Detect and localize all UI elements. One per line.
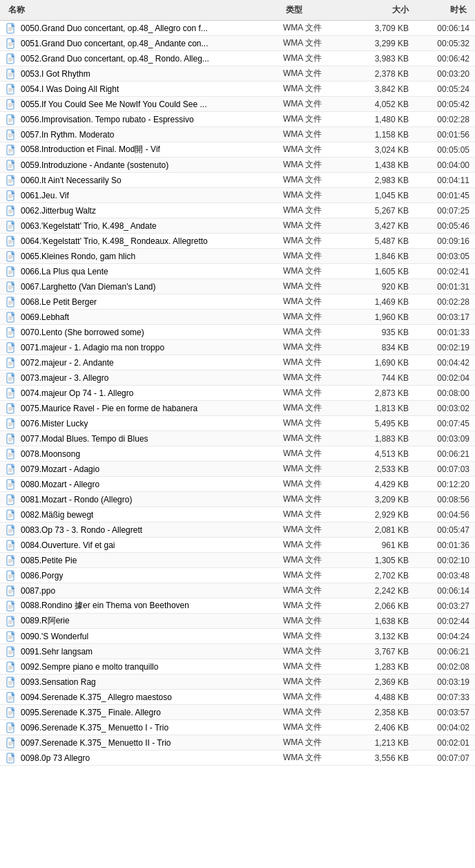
file-icon bbox=[6, 403, 17, 414]
table-row[interactable]: 0059.Introduzione - Andante (sostenuto) … bbox=[0, 158, 475, 173]
table-row[interactable]: 0085.Petite Pie WMA 文件 1,305 KB 00:02:10 bbox=[0, 553, 475, 568]
row-name-cell: 0080.Mozart - Allegro bbox=[6, 479, 283, 490]
table-row[interactable]: 0094.Serenade K.375_ Allegro maestoso WM… bbox=[0, 690, 475, 705]
row-size: 3,209 KB bbox=[352, 495, 414, 504]
table-row[interactable]: 0080.Mozart - Allegro WMA 文件 4,429 KB 00… bbox=[0, 477, 475, 492]
row-size: 5,487 KB bbox=[352, 236, 414, 246]
row-filename: 0097.Serenade K.375_ Menuetto II - Trio bbox=[21, 738, 171, 748]
table-row[interactable]: 0074.majeur Op 74 - 1. Allegro WMA 文件 2,… bbox=[0, 386, 475, 401]
file-list: 名称 类型 大小 时长 0050.Grand Duo concertant, o… bbox=[0, 0, 475, 766]
table-row[interactable]: 0060.It Ain't Necessarily So WMA 文件 2,98… bbox=[0, 173, 475, 188]
table-row[interactable]: 0081.Mozart - Rondo (Allegro) WMA 文件 3,2… bbox=[0, 492, 475, 507]
row-type: WMA 文件 bbox=[283, 250, 352, 262]
row-filename: 0076.Mister Lucky bbox=[21, 419, 88, 428]
row-type: WMA 文件 bbox=[283, 68, 352, 79]
row-name-cell: 0070.Lento (She borrowed some) bbox=[6, 327, 283, 338]
row-filename: 0083.Op 73 - 3. Rondo - Allegrett bbox=[21, 525, 142, 535]
table-row[interactable]: 0077.Modal Blues. Tempo di Blues WMA 文件 … bbox=[0, 431, 475, 446]
table-row[interactable]: 0057.In Rythm. Moderato WMA 文件 1,158 KB … bbox=[0, 127, 475, 142]
table-row[interactable]: 0096.Serenade K.375_ Menuetto I - Trio W… bbox=[0, 720, 475, 735]
row-type: WMA 文件 bbox=[283, 311, 352, 323]
row-size: 3,024 KB bbox=[352, 145, 414, 155]
row-duration: 00:07:33 bbox=[414, 692, 469, 702]
row-duration: 00:05:42 bbox=[414, 100, 469, 109]
row-type: WMA 文件 bbox=[283, 676, 352, 688]
row-filename: 0050.Grand Duo concertant, op.48_ Allegr… bbox=[21, 23, 208, 33]
table-row[interactable]: 0076.Mister Lucky WMA 文件 5,495 KB 00:07:… bbox=[0, 416, 475, 431]
table-row[interactable]: 0069.Lebhaft WMA 文件 1,960 KB 00:03:17 bbox=[0, 310, 475, 325]
table-row[interactable]: 0093.Sensation Rag WMA 文件 2,369 KB 00:03… bbox=[0, 674, 475, 690]
table-row[interactable]: 0068.Le Petit Berger WMA 文件 1,469 KB 00:… bbox=[0, 294, 475, 310]
row-duration: 00:02:44 bbox=[414, 616, 469, 626]
table-row[interactable]: 0091.Sehr langsam WMA 文件 3,767 KB 00:06:… bbox=[0, 644, 475, 659]
table-row[interactable]: 0083.Op 73 - 3. Rondo - Allegrett WMA 文件… bbox=[0, 522, 475, 538]
table-row[interactable]: 0056.Improvisation. Tempo rubato - Espre… bbox=[0, 112, 475, 127]
table-row[interactable]: 0087.ppo WMA 文件 2,242 KB 00:06:14 bbox=[0, 583, 475, 598]
row-size: 2,369 KB bbox=[352, 677, 414, 687]
table-row[interactable]: 0078.Moonsong WMA 文件 4,513 KB 00:06:21 bbox=[0, 446, 475, 462]
file-icon bbox=[6, 312, 17, 323]
table-row[interactable]: 0065.Kleines Rondo, gam hlich WMA 文件 1,8… bbox=[0, 249, 475, 264]
row-name-cell: 0068.Le Petit Berger bbox=[6, 296, 283, 308]
row-name-cell: 0098.0p 73 Allegro bbox=[6, 753, 283, 764]
row-filename: 0080.Mozart - Allegro bbox=[21, 480, 99, 489]
table-row[interactable]: 0054.I Was Doing All Right WMA 文件 3,842 … bbox=[0, 82, 475, 97]
table-row[interactable]: 0050.Grand Duo concertant, op.48_ Allegr… bbox=[0, 21, 475, 36]
table-row[interactable]: 0070.Lento (She borrowed some) WMA 文件 93… bbox=[0, 325, 475, 340]
table-row[interactable]: 0075.Maurice Ravel - Pie en forme de hab… bbox=[0, 401, 475, 416]
row-size: 2,081 KB bbox=[352, 525, 414, 535]
table-row[interactable]: 0084.Ouverture. Vif et gai WMA 文件 961 KB… bbox=[0, 538, 475, 553]
file-icon bbox=[6, 114, 17, 125]
table-row[interactable]: 0088.Rondino 據er ein Thema von Beethoven… bbox=[0, 598, 475, 614]
row-filename: 0065.Kleines Rondo, gam hlich bbox=[21, 252, 135, 261]
row-type: WMA 文件 bbox=[283, 265, 352, 277]
row-size: 1,883 KB bbox=[352, 434, 414, 444]
row-duration: 00:01:33 bbox=[414, 328, 469, 337]
table-row[interactable]: 0086.Porgy WMA 文件 2,702 KB 00:03:48 bbox=[0, 568, 475, 583]
table-row[interactable]: 0058.Introduction et Final. Mod開 - Vif W… bbox=[0, 142, 475, 158]
table-row[interactable]: 0095.Serenade K.375_ Finale. Allegro WMA… bbox=[0, 705, 475, 720]
file-icon bbox=[6, 646, 17, 657]
table-row[interactable]: 0071.majeur - 1. Adagio ma non troppo WM… bbox=[0, 340, 475, 355]
table-row[interactable]: 0067.Larghetto (Van Dieman's Land) WMA 文… bbox=[0, 279, 475, 294]
row-name-cell: 0088.Rondino 據er ein Thema von Beethoven bbox=[6, 600, 283, 612]
row-size: 4,488 KB bbox=[352, 692, 414, 702]
row-name-cell: 0081.Mozart - Rondo (Allegro) bbox=[6, 494, 283, 505]
table-row[interactable]: 0055.If You Could See Me NowIf You Could… bbox=[0, 97, 475, 112]
table-row[interactable]: 0061.Jeu. Vif WMA 文件 1,045 KB 00:01:45 bbox=[0, 188, 475, 203]
row-name-cell: 0075.Maurice Ravel - Pie en forme de hab… bbox=[6, 403, 283, 414]
table-row[interactable]: 0092.Sempre piano e molto tranquillo WMA… bbox=[0, 659, 475, 674]
row-filename: 0096.Serenade K.375_ Menuetto I - Trio bbox=[21, 723, 168, 733]
row-name-cell: 0062.Jitterbug Waltz bbox=[6, 205, 283, 216]
row-duration: 00:07:45 bbox=[414, 419, 469, 428]
table-row[interactable]: 0051.Grand Duo concertant, op.48_ Andant… bbox=[0, 36, 475, 51]
row-duration: 00:09:16 bbox=[414, 236, 469, 246]
row-filename: 0052.Grand Duo concertant, op.48_ Rondo.… bbox=[21, 54, 209, 64]
row-size: 2,358 KB bbox=[352, 708, 414, 717]
row-type: WMA 文件 bbox=[283, 600, 352, 612]
table-row[interactable]: 0064.'Kegelstatt' Trio, K.498_ Rondeaux.… bbox=[0, 234, 475, 249]
table-row[interactable]: 0073.majeur - 3. Allegro WMA 文件 744 KB 0… bbox=[0, 370, 475, 386]
file-icon bbox=[6, 99, 17, 110]
table-row[interactable]: 0098.0p 73 Allegro WMA 文件 3,556 KB 00:07… bbox=[0, 751, 475, 766]
table-row[interactable]: 0079.Mozart - Adagio WMA 文件 2,533 KB 00:… bbox=[0, 462, 475, 477]
table-row[interactable]: 0097.Serenade K.375_ Menuetto II - Trio … bbox=[0, 735, 475, 751]
table-row[interactable]: 0089.R阿erie WMA 文件 1,638 KB 00:02:44 bbox=[0, 614, 475, 629]
table-row[interactable]: 0082.Mäßig bewegt WMA 文件 2,929 KB 00:04:… bbox=[0, 507, 475, 522]
table-row[interactable]: 0062.Jitterbug Waltz WMA 文件 5,267 KB 00:… bbox=[0, 203, 475, 218]
table-row[interactable]: 0066.La Plus qua Lente WMA 文件 1,605 KB 0… bbox=[0, 264, 475, 279]
table-row[interactable]: 0053.I Got Rhythm WMA 文件 2,378 KB 00:03:… bbox=[0, 66, 475, 82]
row-duration: 00:05:24 bbox=[414, 84, 469, 94]
row-duration: 00:05:47 bbox=[414, 525, 469, 535]
row-size: 5,267 KB bbox=[352, 206, 414, 216]
row-type: WMA 文件 bbox=[283, 341, 352, 353]
table-row[interactable]: 0090.'S Wonderful WMA 文件 3,132 KB 00:04:… bbox=[0, 629, 475, 644]
row-type: WMA 文件 bbox=[283, 235, 352, 247]
row-duration: 00:06:21 bbox=[414, 647, 469, 657]
table-row[interactable]: 0063.'Kegelstatt' Trio, K.498_ Andate WM… bbox=[0, 218, 475, 234]
table-row[interactable]: 0072.majeur - 2. Andante WMA 文件 1,690 KB… bbox=[0, 355, 475, 370]
row-type: WMA 文件 bbox=[283, 645, 352, 657]
file-icon bbox=[6, 525, 17, 536]
row-type: WMA 文件 bbox=[283, 554, 352, 566]
table-row[interactable]: 0052.Grand Duo concertant, op.48_ Rondo.… bbox=[0, 51, 475, 66]
